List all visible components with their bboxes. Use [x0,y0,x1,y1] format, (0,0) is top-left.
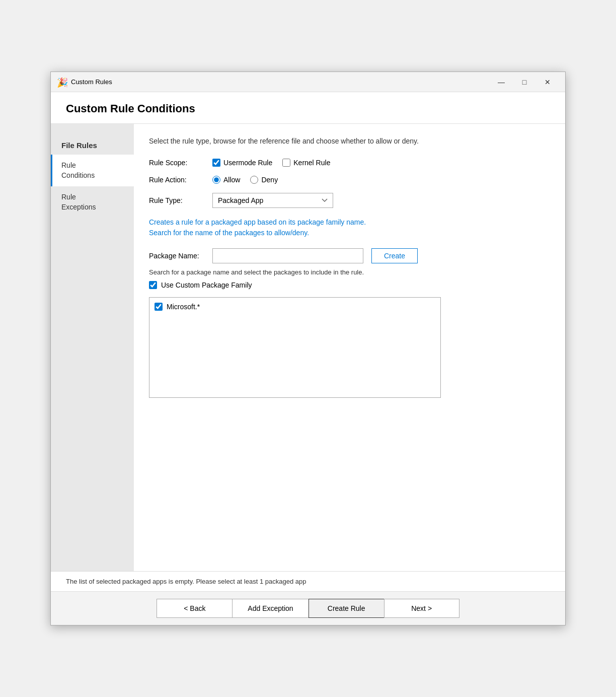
title-bar: 🎉 Custom Rules — □ ✕ [51,72,565,92]
sidebar: File Rules RuleConditions RuleExceptions [51,124,134,571]
rule-action-row: Rule Action: Allow Deny [149,176,550,184]
rule-action-label: Rule Action: [149,176,204,184]
close-button[interactable]: ✕ [536,74,559,90]
content-area: File Rules RuleConditions RuleExceptions… [51,124,565,571]
allow-option[interactable]: Allow [212,176,240,184]
use-custom-pkg-label: Use Custom Package Family [161,281,252,289]
deny-label: Deny [261,176,278,184]
create-rule-button[interactable]: Create Rule [309,599,384,618]
list-item: Microsoft.* [155,303,435,311]
page-title-area: Custom Rule Conditions [51,92,565,124]
title-bar-controls: — □ ✕ [490,74,559,90]
add-exception-button[interactable]: Add Exception [232,599,308,618]
use-custom-pkg-checkbox[interactable] [149,281,157,289]
usermode-checkbox[interactable] [212,159,220,167]
use-custom-pkg-option[interactable]: Use Custom Package Family [149,281,550,289]
rule-type-dropdown[interactable]: Packaged App Publisher Hash Path [212,193,333,208]
kernel-checkbox[interactable] [282,159,290,167]
kernel-rule-option[interactable]: Kernel Rule [282,159,330,167]
status-bar: The list of selected packaged apps is em… [51,571,565,591]
page-title: Custom Rule Conditions [66,102,550,115]
microsoft-pkg-checkbox[interactable] [155,303,163,311]
rule-type-label: Rule Type: [149,196,204,204]
info-text: Creates a rule for a packaged app based … [149,217,550,238]
allow-radio[interactable] [212,176,220,184]
package-list-container: Microsoft.* [149,297,441,398]
description-text: Select the rule type, browse for the ref… [149,136,550,147]
kernel-label: Kernel Rule [293,159,330,167]
rule-scope-options: Usermode Rule Kernel Rule [212,159,330,167]
rule-action-options: Allow Deny [212,176,278,184]
search-hint-text: Search for a package name and select the… [149,268,550,276]
maximize-button[interactable]: □ [513,74,536,90]
package-name-input[interactable] [212,248,363,263]
usermode-rule-option[interactable]: Usermode Rule [212,159,272,167]
app-icon: 🎉 [57,77,67,87]
rule-type-row: Rule Type: Packaged App Publisher Hash P… [149,193,550,208]
rule-scope-label: Rule Scope: [149,159,204,167]
minimize-button[interactable]: — [490,74,513,90]
deny-radio[interactable] [250,176,258,184]
sidebar-item-rule-exceptions[interactable]: RuleExceptions [51,186,134,218]
sidebar-section-file-rules: File Rules [51,134,134,155]
sidebar-item-rule-conditions[interactable]: RuleConditions [51,155,134,186]
deny-option[interactable]: Deny [250,176,278,184]
status-text: The list of selected packaged apps is em… [66,578,306,585]
usermode-label: Usermode Rule [223,159,272,167]
microsoft-pkg-label: Microsoft.* [167,303,200,311]
allow-label: Allow [223,176,240,184]
main-window: 🎉 Custom Rules — □ ✕ Custom Rule Conditi… [50,72,566,625]
package-name-label: Package Name: [149,252,204,260]
window-title: Custom Rules [71,78,490,86]
main-panel: Select the rule type, browse for the ref… [134,124,565,571]
create-button[interactable]: Create [371,248,418,263]
footer: < Back Add Exception Create Rule Next > [51,591,565,625]
rule-scope-row: Rule Scope: Usermode Rule Kernel Rule [149,159,550,167]
package-name-row: Package Name: Create [149,248,550,263]
next-button[interactable]: Next > [384,599,459,618]
back-button[interactable]: < Back [157,599,232,618]
